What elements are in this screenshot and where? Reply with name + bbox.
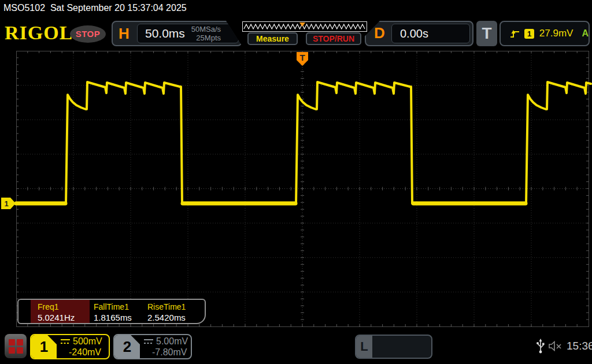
sample-rate-value: 50MSa/s (191, 25, 221, 34)
oscilloscope-screen: MSO5102 Sat September 20 15:37:04 2025 T… (0, 0, 592, 364)
run-state-badge[interactable]: STOP (70, 25, 106, 43)
measurement-value: 1.8165ms (94, 313, 132, 322)
horizontal-label: H (119, 25, 130, 43)
channel2-status-block[interactable]: 2 5.00mV -7.80mV (113, 334, 192, 359)
trigger-info: 1 27.9mV A (500, 21, 590, 46)
trigger-mode: A (582, 28, 589, 39)
delay-label: D (374, 24, 385, 42)
menu-grid-icon (9, 339, 15, 346)
channel1-tab[interactable]: 1 (31, 335, 57, 358)
measurement-panel: Freq1 5.0241Hz FallTime1 1.8165ms RiseTi… (17, 299, 206, 324)
measurement-value: 2.5420ms (147, 313, 186, 322)
measure-button[interactable]: Measure (247, 32, 298, 45)
channel2-offset: -7.80mV (144, 347, 188, 358)
logic-channel-numbers: 0 1 2 3 4 5 6 7 8 9 1011 12131415 (372, 336, 431, 358)
menu-grid-icon (17, 339, 23, 346)
ch1-waveform-trace (16, 82, 591, 203)
trigger-position-marker[interactable]: T (297, 52, 308, 66)
logic-row1: 0 1 2 3 4 5 6 7 (377, 357, 431, 359)
all-channels-menu-button[interactable] (5, 334, 27, 358)
channel1-settings: 500mV -240mV (57, 335, 102, 358)
graticule (16, 51, 589, 327)
rising-edge-icon (510, 29, 519, 38)
usb-icon (536, 339, 545, 354)
logic-channels-block[interactable]: L 0 1 2 3 4 5 6 7 8 9 1011 12131415 (355, 335, 432, 359)
status-spacer (45, 3, 50, 13)
channel1-status-block[interactable]: 1 500mV -240mV (30, 334, 110, 359)
delay-value: 0.00s (400, 27, 428, 40)
speaker-muted-icon[interactable] (548, 341, 563, 351)
dc-coupling-icon (61, 339, 70, 344)
menu-grid-icon (17, 347, 23, 354)
measurement-label[interactable]: Freq1 (38, 302, 59, 311)
measurement-label[interactable]: RiseTime1 (147, 302, 186, 311)
timebase-box: 50.0ms 50MSa/s 25Mpts (137, 24, 239, 43)
model-name: MSO5102 (3, 3, 45, 13)
ch1-ground-marker[interactable]: 1 (1, 198, 16, 209)
sample-rate: 50MSa/s 25Mpts (191, 25, 221, 42)
trigger-panel[interactable]: T 1 27.9mV A (476, 21, 590, 46)
channel2-tab[interactable]: 2 (114, 335, 140, 358)
memory-depth-value: 25Mpts (191, 34, 221, 42)
svg-text:T: T (299, 53, 305, 62)
status-bar: MSO5102 Sat September 20 15:37:04 2025 (3, 3, 187, 13)
clock: 15:36 (567, 340, 592, 352)
channel2-settings: 5.00mV -7.80mV (140, 335, 188, 358)
menu-grid-icon (9, 347, 15, 354)
timebase-value: 50.0ms (145, 27, 185, 40)
measurement-label[interactable]: FallTime1 (94, 302, 129, 311)
delay-box: 0.00s (391, 24, 470, 43)
delay-panel[interactable]: D 0.00s (365, 21, 473, 46)
horizontal-panel[interactable]: H 50.0ms 50MSa/s 25Mpts (112, 21, 242, 46)
channel1-scale: 500mV (73, 336, 102, 347)
dc-coupling-icon (144, 339, 153, 344)
channel1-offset: -240mV (61, 347, 102, 358)
logic-tab: L (356, 336, 372, 358)
trigger-level: 27.9mV (539, 28, 574, 39)
date-time: Sat September 20 15:37:04 2025 (50, 3, 187, 13)
stop-run-button[interactable]: STOP/RUN (306, 32, 361, 45)
svg-text:1: 1 (4, 199, 8, 208)
channel2-scale: 5.00mV (156, 336, 188, 347)
measurement-value: 5.0241Hz (38, 313, 75, 322)
rigol-logo: RIGOL (5, 22, 73, 44)
trigger-source-badge: 1 (524, 29, 534, 39)
trigger-tab-label: T (476, 21, 497, 46)
memory-overview-bar[interactable] (243, 22, 367, 32)
